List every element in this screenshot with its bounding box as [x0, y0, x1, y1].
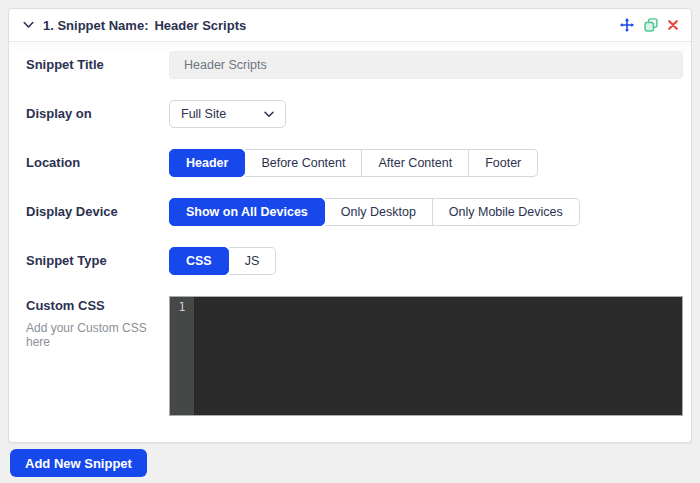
- custom-css-row: Custom CSS Add your Custom CSS here 1: [26, 296, 683, 416]
- chevron-down-icon: [264, 107, 274, 121]
- snippet-type-label: Snippet Type: [26, 247, 169, 275]
- line-number-gutter: 1: [170, 297, 195, 415]
- snippet-panel-title: 1. Snippet Name:Header Scripts: [43, 18, 246, 33]
- display-on-label: Display on: [26, 100, 169, 128]
- location-button-group: Header Before Content After Content Foot…: [169, 149, 538, 177]
- snippet-type-button-group: CSS JS: [169, 247, 276, 275]
- snippet-name-value: Header Scripts: [154, 18, 246, 33]
- display-device-label: Display Device: [26, 198, 169, 226]
- device-option-all-devices[interactable]: Show on All Devices: [169, 198, 325, 226]
- display-on-select[interactable]: Full Site: [169, 100, 286, 128]
- custom-css-editor[interactable]: 1: [169, 296, 683, 416]
- snippet-title-input[interactable]: [169, 51, 683, 79]
- snippet-header-actions: [620, 18, 678, 32]
- location-option-before-content[interactable]: Before Content: [245, 149, 362, 177]
- snippet-panel-header[interactable]: 1. Snippet Name:Header Scripts: [9, 9, 691, 42]
- type-option-js[interactable]: JS: [229, 247, 277, 275]
- display-device-button-group: Show on All Devices Only Desktop Only Mo…: [169, 198, 580, 226]
- snippet-panel-body: Snippet Title Display on Full Site Locat…: [9, 42, 691, 416]
- display-on-row: Display on Full Site: [26, 100, 683, 128]
- device-option-only-mobile[interactable]: Only Mobile Devices: [433, 198, 580, 226]
- custom-css-label: Custom CSS: [26, 296, 169, 314]
- location-option-header[interactable]: Header: [169, 149, 245, 177]
- location-option-footer[interactable]: Footer: [469, 149, 538, 177]
- snippet-number-label: 1. Snippet Name:: [43, 18, 148, 33]
- display-device-row: Display Device Show on All Devices Only …: [26, 198, 683, 226]
- add-new-snippet-button[interactable]: Add New Snippet: [10, 449, 147, 477]
- custom-css-hint: Add your Custom CSS here: [26, 321, 169, 350]
- duplicate-icon[interactable]: [644, 18, 658, 32]
- snippet-panel: 1. Snippet Name:Header Scripts Snippet T…: [8, 8, 692, 443]
- code-input-area[interactable]: [195, 297, 682, 415]
- snippet-title-label: Snippet Title: [26, 51, 169, 79]
- device-option-only-desktop[interactable]: Only Desktop: [325, 198, 433, 226]
- type-option-css[interactable]: CSS: [169, 247, 229, 275]
- custom-css-label-block: Custom CSS Add your Custom CSS here: [26, 296, 169, 349]
- chevron-down-icon[interactable]: [23, 21, 34, 29]
- snippet-title-row: Snippet Title: [26, 51, 683, 79]
- display-on-selected-value: Full Site: [181, 107, 226, 121]
- move-icon[interactable]: [620, 18, 634, 32]
- snippet-type-row: Snippet Type CSS JS: [26, 247, 683, 275]
- delete-icon[interactable]: [668, 20, 678, 30]
- location-row: Location Header Before Content After Con…: [26, 149, 683, 177]
- location-label: Location: [26, 149, 169, 177]
- line-number: 1: [179, 300, 186, 314]
- location-option-after-content[interactable]: After Content: [362, 149, 469, 177]
